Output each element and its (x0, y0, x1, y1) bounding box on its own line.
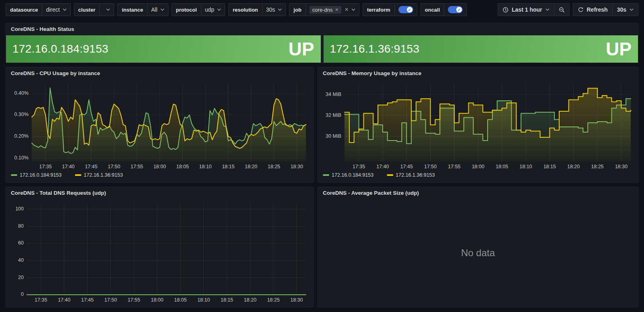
clear-selection-icon[interactable]: × (345, 6, 349, 13)
legend-item[interactable]: 172.16.1.36:9153 (75, 172, 123, 178)
cpu-usage-chart[interactable]: 0.10%0.20%0.30%0.40%17:3517:4017:4517:50… (8, 80, 310, 181)
x-axis-label: 17:35 (353, 164, 365, 169)
var-chip-job: job core-dns × × (289, 3, 359, 16)
panel-health-status: CoreDNS - Health Status 172.16.0.184:915… (6, 23, 638, 63)
time-range-label: Last 1 hour (512, 6, 542, 13)
remove-tag-icon[interactable]: × (335, 7, 338, 12)
var-protocol-label: protocol (172, 4, 201, 16)
x-axis-label: 17:55 (448, 164, 460, 169)
legend-series-label: 172.16.0.184:9153 (20, 172, 62, 178)
x-axis-label: 18:20 (245, 164, 257, 169)
x-axis-label: 18:20 (244, 297, 256, 303)
var-cluster-dropdown[interactable] (99, 4, 114, 16)
health-stats-row: 172.16.0.184:9153 UP 172.16.1.36:9153 UP (6, 35, 638, 63)
stat-up-state: UP (606, 38, 632, 60)
var-protocol-value: udp (205, 6, 214, 13)
y-axis-label: 20 (18, 275, 24, 280)
chevron-down-icon (160, 8, 164, 11)
y-axis-label: 0.30% (14, 112, 29, 117)
var-datasource-dropdown[interactable]: direct (42, 4, 70, 16)
chevron-down-icon (546, 8, 550, 11)
x-axis-label: 17:40 (58, 297, 70, 303)
stat-up-state: UP (289, 38, 314, 60)
chevron-down-icon (217, 8, 221, 11)
chevron-down-icon (63, 8, 67, 11)
checkmark-icon: ✓ (456, 7, 462, 12)
x-axis-label: 18:05 (176, 164, 189, 169)
var-cluster-label: cluster (74, 4, 100, 16)
job-tag-core-dns[interactable]: core-dns × (310, 6, 341, 14)
x-axis-label: 18:25 (591, 164, 603, 169)
y-axis-label: 0.20% (14, 133, 29, 139)
x-axis-label: 18:10 (519, 164, 532, 169)
x-axis-label: 18:00 (151, 297, 163, 303)
x-axis-label: 18:10 (197, 297, 210, 303)
x-axis-label: 17:40 (376, 164, 389, 169)
panel-title-cpu-usage[interactable]: CoreDNS - CPU Usage by instance (6, 67, 313, 80)
y-axis-label: 100 (15, 206, 24, 212)
legend-item[interactable]: 172.16.0.184:9153 (323, 172, 373, 178)
var-instance-value: All (151, 6, 158, 13)
legend-item[interactable]: 172.16.0.184:9153 (11, 172, 62, 178)
terraform-toggle[interactable]: ✓ (394, 4, 417, 16)
x-axis-label: 18:25 (267, 297, 279, 303)
panel-title-health-status[interactable]: CoreDNS - Health Status (6, 23, 638, 35)
var-chip-terraform: terraform ✓ (363, 3, 417, 16)
stat-instance-address: 172.16.1.36:9153 (330, 43, 420, 55)
var-protocol-dropdown[interactable]: udp (201, 4, 225, 16)
series-area-1 (345, 88, 631, 161)
toggle-track[interactable]: ✓ (398, 6, 413, 13)
var-instance-label: instance (118, 4, 147, 16)
x-axis-label: 17:40 (62, 164, 74, 169)
grafana-dashboard: datasource direct cluster instance All p… (0, 0, 644, 312)
health-stat-instance-2: 172.16.1.36:9153 UP (324, 35, 638, 63)
y-axis-label: 32 MiB (326, 112, 341, 118)
zoom-out-icon (559, 7, 565, 13)
panel-title-total-dns-requests[interactable]: CoreDNS - Total DNS Requests (udp) (6, 187, 313, 199)
requests-svg: 02040608010017:3517:4017:4517:5017:5518:… (8, 199, 310, 305)
refresh-button[interactable]: Refresh (573, 3, 613, 16)
refresh-interval-dropdown[interactable]: 30s (612, 3, 638, 16)
y-axis-label: 80 (18, 223, 24, 229)
total-dns-requests-chart[interactable]: 02040608010017:3517:4017:4517:5017:5518:… (8, 199, 310, 305)
time-controls-group: Last 1 hour (498, 3, 569, 16)
stat-instance-address: 172.16.0.184:9153 (12, 43, 109, 55)
zoom-out-button[interactable] (554, 3, 570, 16)
time-range-button[interactable]: Last 1 hour (498, 3, 554, 16)
x-axis-label: 18:30 (615, 164, 628, 169)
panel-title-average-packet-size[interactable]: CoreDNS - Average Packet Size (udp) (318, 187, 638, 199)
x-axis-label: 17:55 (127, 297, 140, 303)
x-axis-label: 17:45 (85, 164, 97, 169)
y-axis-label: 60 (18, 240, 24, 246)
y-axis-label: 34 MiB (326, 92, 341, 97)
var-chip-cluster: cluster (74, 3, 115, 16)
toolbar-right-controls: Last 1 hour Refresh (498, 3, 638, 16)
x-axis-label: 18:30 (290, 297, 303, 303)
var-chip-datasource: datasource direct (6, 3, 71, 16)
memory-usage-chart[interactable]: 30 MiB32 MiB34 MiB17:3517:4017:4517:5017… (320, 80, 635, 181)
var-chip-protocol: protocol udp (172, 3, 225, 16)
panel-title-memory-usage[interactable]: CoreDNS - Memory Usage by instance (318, 67, 638, 80)
y-axis-label: 0.40% (14, 90, 29, 96)
x-axis-label: 17:55 (131, 164, 143, 169)
x-axis-label: 18:15 (221, 297, 233, 303)
toggle-track[interactable]: ✓ (448, 6, 463, 13)
var-instance-dropdown[interactable]: All (147, 4, 168, 16)
x-axis-label: 17:50 (424, 164, 437, 169)
y-axis-label: 40 (18, 257, 24, 263)
chevron-down-icon (106, 8, 110, 11)
x-axis-label: 18:20 (567, 164, 580, 169)
panel-cpu-usage: CoreDNS - CPU Usage by instance 0.10%0.2… (6, 67, 314, 183)
refresh-icon (578, 7, 584, 13)
chevron-down-icon (630, 8, 634, 11)
y-axis-label: 0.10% (14, 155, 29, 161)
var-job-label: job (289, 4, 306, 16)
var-chip-oncall: oncall ✓ (420, 3, 467, 16)
var-job-dropdown[interactable]: core-dns × × (306, 4, 359, 16)
chevron-down-icon (351, 8, 355, 11)
legend-item[interactable]: 172.16.1.36:9153 (387, 172, 435, 178)
y-axis-label: 30 MiB (326, 133, 341, 139)
var-resolution-dropdown[interactable]: 30s (262, 4, 286, 16)
oncall-toggle[interactable]: ✓ (444, 4, 466, 16)
x-axis-label: 17:35 (39, 164, 51, 169)
